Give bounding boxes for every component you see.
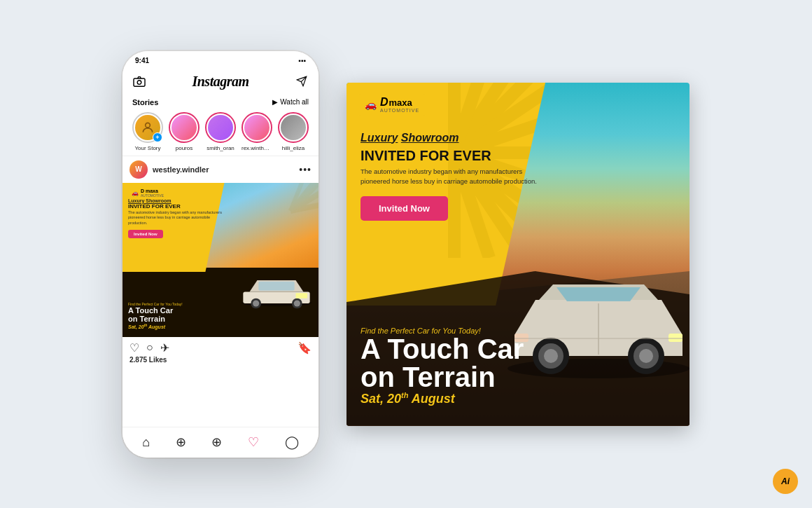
svg-rect-17 (296, 293, 308, 298)
mini-logo-auto: AUTOMOTIVE (141, 193, 164, 198)
post-options-icon[interactable]: ••• (299, 164, 312, 175)
ad-car-svg (500, 272, 690, 384)
ad-touch-line2: on Terrain (360, 362, 496, 392)
phone-mockup: 9:41 ▪▪▪ Instagram Stories ▶ Watch all (122, 51, 318, 458)
story-avatar-hilli (278, 112, 309, 143)
story-avatar-inner-hilli (281, 115, 306, 140)
nav-heart-icon[interactable]: ♡ (248, 434, 259, 450)
like-icon[interactable]: ♡ (130, 341, 139, 355)
mini-date-text: Sat, 20th August (128, 323, 183, 329)
camera-icon[interactable] (132, 74, 146, 88)
story-avatar-smith (205, 112, 236, 143)
svg-point-34 (544, 349, 558, 363)
ad-invited-forever: INVITED FOR EVER (360, 147, 539, 164)
svg-rect-38 (668, 334, 682, 342)
ad-luxury-showroom: Luxury Showroom (360, 132, 539, 144)
story-item-smith[interactable]: smith_oran (205, 112, 236, 151)
mini-logo: 🚗 D maxa AUTOMOTIVE (128, 187, 167, 199)
story-avatar-pouros (169, 112, 200, 143)
ad-description: The automotive industry began with any m… (360, 167, 539, 187)
send-icon[interactable] (295, 74, 309, 88)
mini-touch-text: A Touch Caron Terrain (128, 306, 183, 323)
svg-rect-16 (258, 281, 294, 290)
mini-luxury-text: Luxury Showroom (128, 198, 222, 203)
ad-date: Sat, 20th August (360, 391, 524, 406)
ad-main-text: Luxury Showroom INVITED FOR EVER The aut… (360, 132, 539, 221)
story-name-hilli: hilli_eliza (282, 145, 304, 151)
ad-logo-text: D maxa AUTOMOTIVE (380, 97, 419, 113)
stories-label: Stories (132, 98, 158, 107)
ad-date-month: August (408, 392, 454, 406)
mini-desc-text: The automotive industry began with any m… (128, 210, 222, 225)
mini-bottom-text: Find the Perfect Car for You Today! A To… (128, 302, 183, 330)
signal-icons: ▪▪▪ (298, 57, 306, 64)
nav-profile-icon[interactable]: ◯ (285, 434, 299, 450)
ad-invited-btn[interactable]: Invited Now (360, 196, 448, 221)
ad-luxury-word: Luxury (360, 132, 398, 144)
story-avatar-rex (241, 112, 272, 143)
stories-section: Stories ▶ Watch all + Your Story (122, 94, 318, 156)
ad-date-text: Sat, 20 (360, 392, 401, 406)
mini-car-svg (238, 267, 315, 316)
time: 9:41 (135, 57, 149, 64)
svg-point-13 (253, 300, 259, 306)
story-avatar-inner-smith (208, 115, 233, 140)
ad-showroom-word: Showroom (401, 132, 459, 144)
ad-car (500, 272, 690, 384)
your-story-avatar: + (132, 112, 163, 143)
ad-logo-car-icon: 🚗 (365, 99, 377, 110)
nav-add-icon[interactable]: ⊕ (211, 434, 222, 450)
story-name-rex: rex.wintheiser (241, 145, 272, 151)
ad-logo-auto: AUTOMOTIVE (380, 108, 419, 113)
mini-car-area (238, 267, 315, 316)
add-story-btn[interactable]: + (153, 132, 162, 142)
ad-date-sup: th (401, 391, 408, 399)
mini-sunburst-icon (255, 183, 318, 246)
story-avatar-inner-rex (244, 115, 270, 140)
nav-search-icon[interactable]: ⊕ (176, 434, 186, 450)
svg-point-4 (146, 123, 150, 128)
ad-bottom-text: Find the Perfect Car for You Today! A To… (360, 327, 524, 406)
story-item-pouros[interactable]: pouros (169, 112, 200, 151)
ad-touch-line1: A Touch Car (360, 334, 524, 364)
svg-point-15 (294, 300, 300, 306)
stories-header: Stories ▶ Watch all (132, 98, 309, 107)
story-item-hilli[interactable]: hilli_eliza (278, 112, 309, 151)
story-item-your[interactable]: + Your Story (132, 112, 163, 151)
story-name-pouros: pouros (176, 145, 192, 151)
mini-invited-text: INVITED FOR EVER (128, 204, 222, 210)
large-ad-card: 🚗 D maxa AUTOMOTIVE Luxury Showroom INVI… (346, 83, 690, 426)
mini-logo-d: D maxa (141, 188, 164, 193)
post-action-left: ♡ ○ ✈ (130, 341, 169, 355)
post-likes: 2.875 Likes (122, 356, 318, 366)
post-user[interactable]: W westley.windler (130, 160, 209, 179)
ad-logo-d: D (380, 97, 388, 108)
instagram-header: Instagram (122, 71, 318, 94)
svg-point-1 (137, 81, 141, 85)
nav-home-icon[interactable]: ⌂ (142, 435, 150, 450)
phone-nav: ⌂ ⊕ ⊕ ♡ ◯ (122, 427, 318, 458)
post-avatar: W (130, 160, 148, 179)
watch-all-link[interactable]: ▶ Watch all (272, 98, 309, 106)
status-bar: 9:41 ▪▪▪ (122, 51, 318, 71)
mini-invited-btn[interactable]: Invited Now (128, 230, 163, 238)
ad-logo-maxa: maxa (389, 98, 412, 107)
svg-point-37 (639, 349, 653, 363)
stories-list: + Your Story pouros smith_oran (132, 112, 309, 151)
comment-icon[interactable]: ○ (146, 341, 153, 355)
story-item-rex[interactable]: rex.wintheiser (241, 112, 272, 151)
bookmark-icon[interactable]: 🔖 (298, 341, 312, 355)
post-header: W westley.windler ••• (122, 156, 318, 183)
post-actions: ♡ ○ ✈ 🔖 (122, 337, 318, 356)
svg-rect-0 (134, 78, 145, 86)
story-your-name: Your Story (134, 145, 160, 151)
share-icon[interactable]: ✈ (160, 341, 169, 355)
post-section: W westley.windler ••• 🚗 (122, 156, 318, 427)
ad-logo: 🚗 D maxa AUTOMOTIVE (358, 94, 426, 116)
ai-badge: Ai (773, 469, 798, 494)
mini-car-icon: 🚗 (132, 190, 139, 196)
mini-ad-card: 🚗 D maxa AUTOMOTIVE Luxury Showroom INVI… (122, 183, 318, 337)
post-username: westley.windler (153, 165, 209, 174)
instagram-logo: Instagram (192, 74, 248, 90)
ad-touch-car: A Touch Car on Terrain (360, 335, 524, 391)
